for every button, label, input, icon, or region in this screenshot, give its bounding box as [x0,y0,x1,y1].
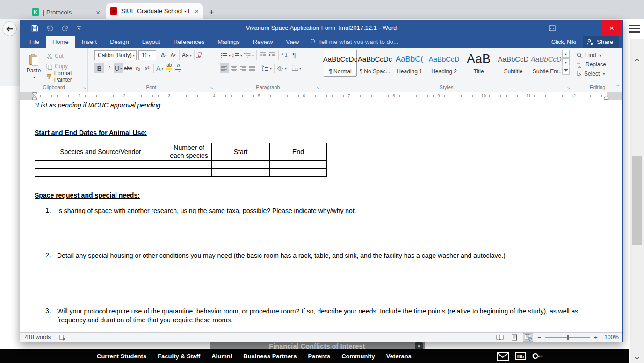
style-normal[interactable]: AaBbCcDc ¶ Normal [324,50,357,77]
minimize-button[interactable] [562,20,581,36]
cougarnet-icon[interactable]: C Net [532,352,543,361]
document-page[interactable]: *List as pending if IACUC approval pendi… [20,100,622,333]
indent-markers[interactable] [32,92,37,100]
species-dates-table[interactable]: Species and Source/Vendor Number of each… [35,143,327,177]
style-heading1[interactable]: AaBbC( Heading 1 [393,50,426,77]
bold-button[interactable]: B [94,63,104,73]
web-layout-button[interactable] [523,333,533,342]
subscript-button[interactable]: x₂ [133,63,143,73]
browser-tab-protocols[interactable]: K | Protocols × [28,6,104,19]
styles-dialog-launcher[interactable]: ↘ [566,85,570,90]
font-color-button[interactable]: A [174,63,183,73]
style-subtle-emphasis[interactable]: AaBbCcDc Subtle Em... [531,50,564,77]
align-right-button[interactable] [239,63,248,73]
styles-scroll-down[interactable]: ▼ [562,58,570,66]
tab-close-icon[interactable]: × [195,7,199,14]
scroll-down-icon[interactable] [630,355,644,362]
sort-button[interactable]: AZ [280,50,289,60]
scrollbar-thumb[interactable] [632,156,642,245]
clipboard-dialog-launcher[interactable]: ↘ [82,85,86,90]
paragraph-dialog-launcher[interactable]: ↘ [316,85,319,90]
table-cell-empty[interactable] [166,169,212,177]
horizontal-ruler[interactable]: 1 2 3 4 5 6 7 8 9 10 11 12 [20,92,622,100]
ribbon-display-options-button[interactable] [542,20,562,36]
multilevel-list-button[interactable] [243,50,255,60]
tab-home[interactable]: Home [46,36,75,48]
table-cell-empty[interactable] [35,169,166,177]
new-tab-button[interactable]: + [209,7,214,18]
format-painter-button[interactable]: Format Painter [46,71,87,82]
banner-chevron-down-icon[interactable]: ▼ [415,342,423,350]
footer-link-parents[interactable]: Parents [308,353,330,360]
superscript-button[interactable]: x² [143,63,152,73]
table-cell-empty[interactable] [212,161,270,169]
footer-link-faculty-staff[interactable]: Faculty & Staff [158,353,200,360]
tab-mailings[interactable]: Mailings [211,36,246,48]
clear-formatting-icon[interactable] [196,52,203,58]
zoom-out-button[interactable]: − [537,334,542,341]
browser-menu-icon[interactable] [629,25,640,35]
close-button[interactable]: ✕ [601,20,622,36]
tab-references[interactable]: References [167,36,211,48]
zoom-slider-thumb[interactable] [567,335,569,340]
styles-more-button[interactable]: ▼ [562,67,570,75]
share-button[interactable]: Share [583,36,619,48]
font-size-combo[interactable]: 11 [138,50,156,60]
word-count[interactable]: 418 words [25,333,51,342]
line-spacing-button[interactable] [260,63,273,73]
style-subtitle[interactable]: AaBbCcD Subtitle [497,50,530,77]
blackboard-icon[interactable]: Bb [515,352,526,360]
align-center-button[interactable] [229,63,239,73]
print-layout-button[interactable] [509,333,519,342]
table-cell-empty[interactable] [270,161,327,169]
table-cell-empty[interactable] [270,169,327,177]
cut-button[interactable]: Cut [46,51,87,61]
zoom-slider[interactable] [545,337,590,338]
browser-scrollbar[interactable] [630,39,644,363]
tab-close-icon[interactable]: × [96,9,100,16]
change-case-button[interactable]: Aa [181,50,193,60]
bullets-button[interactable] [220,50,232,60]
text-effects-button[interactable]: A [155,63,165,73]
table-cell-empty[interactable] [35,161,166,169]
show-paragraph-marks-button[interactable]: ¶ [289,50,299,60]
table-cell-empty[interactable] [166,161,212,169]
style-heading2[interactable]: AaBbCcD Heading 2 [427,50,461,77]
footer-link-community[interactable]: Community [341,353,375,360]
find-button[interactable]: Find [577,50,601,60]
tab-view[interactable]: View [279,36,305,48]
zoom-percentage[interactable]: 100% [602,334,619,341]
italic-button[interactable]: I [104,63,114,73]
select-button[interactable]: Select [577,69,605,78]
maximize-button[interactable] [581,20,601,36]
browser-back-button[interactable] [2,21,17,36]
mail-icon[interactable] [497,352,509,361]
styles-scroll-up[interactable]: ▲ [562,50,570,58]
shading-button[interactable] [276,63,288,73]
tab-review[interactable]: Review [246,36,280,48]
footer-link-veterans[interactable]: Veterans [386,353,412,360]
tab-insert[interactable]: Insert [75,36,104,48]
collapse-ribbon-icon[interactable]: ⌃ [616,84,620,89]
strikethrough-button[interactable]: abc [123,63,133,73]
style-no-spacing[interactable]: AaBbCcDc ¶ No Spac... [358,50,391,77]
scroll-up-icon[interactable] [630,56,644,64]
shrink-font-button[interactable]: A▾ [168,50,178,60]
proofing-error-icon[interactable] [59,334,66,341]
zoom-in-button[interactable]: + [593,334,598,341]
font-name-combo[interactable]: Calibri (Body) [94,50,137,60]
align-left-button[interactable] [220,63,229,73]
replace-button[interactable]: ab ac Replace [577,60,606,69]
tell-me-box[interactable]: Tell me what you want to do... [305,36,403,48]
font-dialog-launcher[interactable]: ↘ [210,85,213,90]
account-name[interactable]: Glick, Niki [551,39,576,45]
decrease-indent-button[interactable] [258,50,268,60]
numbering-button[interactable]: 123 [232,50,243,60]
tab-file[interactable]: File [23,36,46,48]
right-indent-marker[interactable] [604,96,609,100]
style-title[interactable]: AaB Title [462,50,495,77]
footer-link-business-partners[interactable]: Business Partners [243,353,297,360]
increase-indent-button[interactable] [268,50,277,60]
footer-link-current-students[interactable]: Current Students [97,353,146,360]
grow-font-button[interactable]: A▴ [159,50,168,60]
